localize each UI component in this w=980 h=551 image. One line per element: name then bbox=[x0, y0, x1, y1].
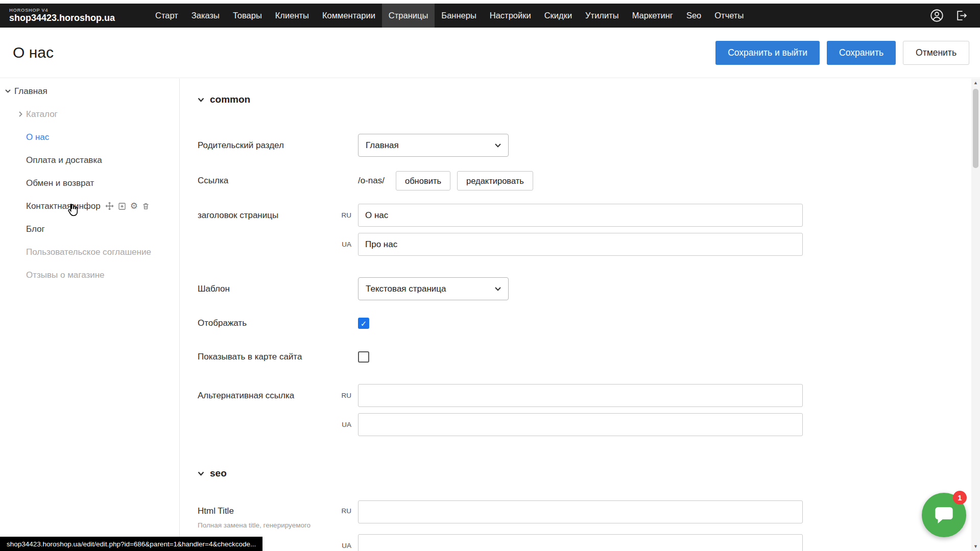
sidebar-item-label: Контактная инфор bbox=[26, 201, 101, 211]
cancel-button[interactable]: Отменить bbox=[903, 41, 969, 65]
nav-discounts[interactable]: Скидки bbox=[538, 4, 579, 28]
chat-unread-badge: 1 bbox=[953, 491, 967, 505]
sidebar-item-blog[interactable]: Блог bbox=[0, 218, 179, 241]
nav-seo[interactable]: Seo bbox=[680, 4, 708, 28]
link-edit-button[interactable]: редактировать bbox=[457, 171, 533, 190]
nav-start[interactable]: Старт bbox=[149, 4, 185, 28]
html-title-ru-input[interactable] bbox=[358, 500, 803, 523]
sidebar-item-store-reviews[interactable]: Отзывы о магазине bbox=[0, 263, 179, 286]
template-label: Шаблон bbox=[198, 284, 336, 294]
alt-link-ua-row: UA bbox=[198, 413, 971, 436]
chevron-down-icon bbox=[495, 287, 501, 291]
template-select[interactable]: Текстовая страница bbox=[358, 277, 509, 300]
html-title-label: Html Title bbox=[198, 506, 336, 516]
nav-pages[interactable]: Страницы bbox=[382, 4, 435, 28]
topbar-icons bbox=[930, 9, 980, 22]
delete-icon[interactable] bbox=[142, 202, 150, 210]
html-title-ua-input[interactable] bbox=[358, 534, 803, 551]
sidebar-item-label: О нас bbox=[26, 132, 49, 142]
header-actions: Сохранить и выйти Сохранить Отменить bbox=[715, 41, 980, 65]
add-page-icon[interactable] bbox=[118, 202, 126, 210]
lang-badge-ru: RU bbox=[336, 392, 358, 399]
alt-link-ru-row: Альтернативная ссылка RU bbox=[198, 384, 971, 407]
section-seo-toggle[interactable]: seo bbox=[198, 468, 971, 479]
sidebar-item-user-agreement[interactable]: Пользовательское соглашение bbox=[0, 241, 179, 263]
display-checkbox[interactable]: ✓ bbox=[358, 318, 369, 329]
html-title-label-block: Html Title Полная замена title, генериру… bbox=[198, 500, 336, 529]
chevron-down-icon bbox=[198, 98, 204, 102]
sidebar-item-contact-info[interactable]: Контактная инфор ⚙ bbox=[0, 195, 179, 218]
display-label: Отображать bbox=[198, 318, 336, 328]
save-and-exit-button[interactable]: Сохранить и выйти bbox=[715, 41, 820, 65]
chat-launcher-button[interactable]: 1 bbox=[922, 493, 966, 537]
lang-badge-ua: UA bbox=[336, 421, 358, 428]
sidebar-item-label: Обмен и возврат bbox=[26, 178, 94, 188]
html-title-ru-row: Html Title Полная замена title, генериру… bbox=[198, 500, 971, 529]
section-title: seo bbox=[210, 468, 227, 479]
move-icon[interactable] bbox=[105, 202, 114, 210]
nav-marketing[interactable]: Маркетинг bbox=[626, 4, 680, 28]
sidebar-item-label: Главная bbox=[14, 86, 47, 97]
save-button[interactable]: Сохранить bbox=[827, 41, 896, 65]
parent-section-select[interactable]: Главная bbox=[358, 134, 509, 157]
sidebar-item-label: Оплата и доставка bbox=[26, 155, 102, 165]
nav-comments[interactable]: Комментарии bbox=[316, 4, 382, 28]
sitemap-checkbox[interactable] bbox=[358, 351, 369, 363]
nav-settings[interactable]: Настройки bbox=[483, 4, 538, 28]
parent-section-label: Родительский раздел bbox=[198, 140, 336, 151]
chat-bubble-icon bbox=[934, 505, 954, 525]
page-title-label: заголовок страницы bbox=[198, 210, 336, 221]
lang-badge-ua: UA bbox=[336, 241, 358, 248]
chevron-down-icon bbox=[5, 89, 14, 93]
logout-icon[interactable] bbox=[955, 9, 968, 22]
scroll-down-arrow-icon[interactable]: ▼ bbox=[973, 544, 978, 549]
sidebar-item-exchange-return[interactable]: Обмен и возврат bbox=[0, 172, 179, 195]
html-title-hint: Полная замена title, генерируемого bbox=[198, 521, 336, 529]
scroll-up-arrow-icon[interactable]: ▲ bbox=[973, 81, 978, 85]
nav-clients[interactable]: Клиенты bbox=[269, 4, 316, 28]
tree-item-actions: ⚙ bbox=[105, 202, 150, 210]
nav-orders[interactable]: Заказы bbox=[185, 4, 226, 28]
topbar: HOROSHOP V4 shop34423.horoshop.ua Старт … bbox=[0, 4, 980, 28]
chevron-down-icon bbox=[495, 143, 501, 148]
sidebar-item-payment-delivery[interactable]: Оплата и доставка bbox=[0, 149, 179, 172]
nav-reports[interactable]: Отчеты bbox=[708, 4, 750, 28]
settings-icon[interactable]: ⚙ bbox=[130, 202, 138, 210]
parent-section-row: Родительский раздел Главная bbox=[198, 134, 971, 157]
page-title-ru-input[interactable] bbox=[358, 204, 803, 227]
alt-link-ru-input[interactable] bbox=[358, 384, 803, 407]
sitemap-row: Показывать в карте сайта bbox=[198, 351, 971, 363]
account-icon[interactable] bbox=[930, 9, 944, 22]
lang-badge-ua: UA bbox=[336, 542, 358, 549]
page-title-ua-input[interactable] bbox=[358, 233, 803, 256]
hand-pointer-cursor-icon bbox=[65, 203, 79, 220]
page-header: О нас Сохранить и выйти Сохранить Отмени… bbox=[0, 28, 980, 78]
brand-domain: shop34423.horoshop.ua bbox=[9, 13, 130, 23]
select-value: Главная bbox=[366, 140, 495, 151]
section-common-toggle[interactable]: common bbox=[198, 94, 971, 105]
page-title-ru-row: заголовок страницы RU bbox=[198, 204, 971, 227]
link-label: Ссылка bbox=[198, 176, 336, 186]
lang-badge-ru: RU bbox=[336, 211, 358, 219]
sidebar-item-home[interactable]: Главная bbox=[0, 80, 179, 103]
sidebar-item-catalog[interactable]: Каталог bbox=[0, 103, 179, 126]
sidebar-item-about[interactable]: О нас bbox=[0, 126, 179, 149]
nav-products[interactable]: Товары bbox=[226, 4, 269, 28]
html-title-ua-row: UA bbox=[198, 534, 971, 551]
link-path-value: /o-nas/ bbox=[358, 176, 385, 186]
nav-banners[interactable]: Баннеры bbox=[435, 4, 483, 28]
page-title: О нас bbox=[0, 44, 54, 61]
scrollbar-thumb[interactable] bbox=[973, 89, 978, 168]
sidebar-item-label: Каталог bbox=[26, 109, 58, 119]
alt-link-ua-input[interactable] bbox=[358, 413, 803, 436]
vertical-scrollbar[interactable]: ▲ ▼ bbox=[971, 79, 980, 551]
link-row: Ссылка /o-nas/ обновить редактировать bbox=[198, 171, 971, 190]
template-row: Шаблон Текстовая страница bbox=[198, 277, 971, 300]
sitemap-label: Показывать в карте сайта bbox=[198, 352, 336, 362]
brand[interactable]: HOROSHOP V4 shop34423.horoshop.ua bbox=[0, 8, 130, 23]
select-value: Текстовая страница bbox=[366, 284, 495, 294]
chevron-right-icon bbox=[19, 111, 26, 117]
alt-link-label: Альтернативная ссылка bbox=[198, 391, 336, 401]
link-update-button[interactable]: обновить bbox=[396, 171, 450, 190]
nav-utilities[interactable]: Утилиты bbox=[579, 4, 626, 28]
